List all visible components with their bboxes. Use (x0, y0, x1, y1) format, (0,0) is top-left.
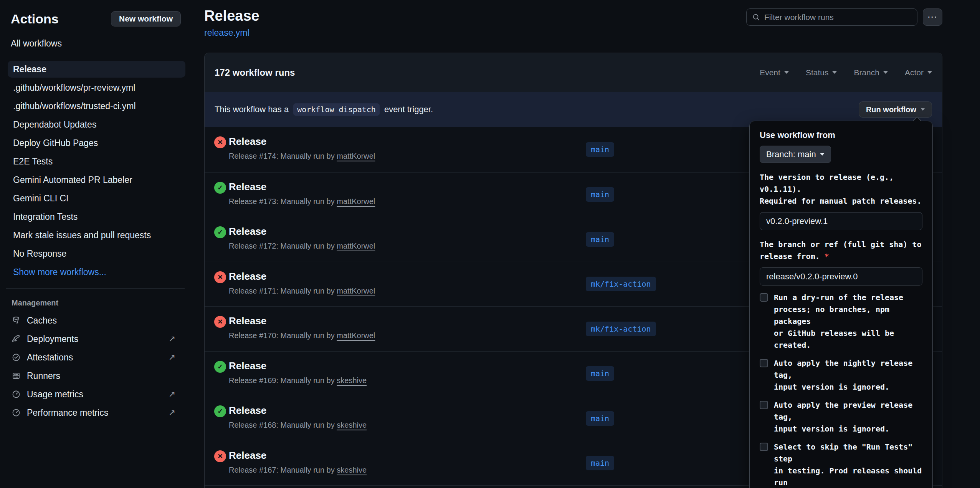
branch-badge[interactable]: main (586, 142, 614, 157)
runs-count: 172 workflow runs (215, 67, 295, 78)
required-marker: * (825, 252, 829, 261)
external-link-icon: ↗ (169, 408, 175, 418)
run-title[interactable]: Release (229, 315, 266, 327)
ref-input[interactable] (760, 267, 922, 285)
sidebar-item-no-response[interactable]: No Response (0, 244, 191, 263)
external-link-icon: ↗ (169, 389, 175, 399)
sidebar-item-e2e-tests[interactable]: E2E Tests (0, 152, 191, 171)
meter-icon (12, 408, 21, 417)
chevron-down-icon (784, 71, 789, 74)
checkbox-label: Select to skip the "Run Tests" step in t… (774, 441, 922, 488)
run-actor-link[interactable]: skeshive (337, 421, 367, 429)
external-link-icon: ↗ (169, 352, 175, 362)
sidebar-item-deployments[interactable]: Deployments ↗ (0, 330, 191, 348)
skip-tests-checkbox[interactable] (760, 443, 768, 451)
run-description: Release #168: Manually run by skeshive (229, 421, 367, 430)
sidebar-item-integration-tests[interactable]: Integration Tests (0, 207, 191, 226)
version-field-description: The version to release (e.g., v0.1.11). … (760, 171, 922, 207)
sidebar-item-caches[interactable]: Caches (0, 311, 191, 330)
sidebar-item-attestations[interactable]: Attestations ↗ (0, 348, 191, 367)
chevron-down-icon (927, 71, 932, 74)
sidebar-item-performance-metrics[interactable]: Performance metrics ↗ (0, 403, 191, 422)
checkbox-label: Auto apply the nightly release tag, inpu… (774, 357, 922, 393)
branch-badge[interactable]: main (586, 232, 614, 247)
sidebar-item-label: Attestations (27, 352, 73, 363)
branch-filter-dropdown[interactable]: Branch (854, 68, 888, 77)
server-icon (12, 371, 21, 380)
branch-badge[interactable]: mk/fix-action (586, 277, 656, 291)
run-success-icon: ✓ (214, 226, 226, 238)
sidebar-item-label: Caches (27, 315, 57, 326)
sidebar-item-dependabot-updates[interactable]: Dependabot Updates (0, 115, 191, 134)
run-description: Release #170: Manually run by mattKorwel (229, 331, 375, 340)
run-title[interactable]: Release (229, 450, 266, 461)
run-title[interactable]: Release (229, 360, 266, 372)
run-failure-icon: ✕ (214, 271, 226, 283)
branch-badge[interactable]: main (586, 187, 614, 202)
run-description: Release #174: Manually run by mattKorwel (229, 152, 375, 161)
rocket-icon (12, 334, 21, 344)
workflow-options-kebab-button[interactable]: ⋯ (923, 8, 942, 26)
run-title[interactable]: Release (229, 271, 266, 282)
run-description: Release #167: Manually run by skeshive (229, 466, 367, 475)
sidebar-item-gemini-pr-labeler[interactable]: Gemini Automated PR Labeler (0, 171, 191, 189)
sidebar-item-release[interactable]: Release (8, 61, 185, 78)
sidebar-item-all-workflows[interactable]: All workflows (0, 34, 191, 56)
run-title[interactable]: Release (229, 405, 266, 417)
branch-badge[interactable]: main (586, 456, 614, 470)
run-failure-icon: ✕ (214, 316, 226, 328)
sidebar-item-trusted-ci[interactable]: .github/workflows/trusted-ci.yml (0, 97, 191, 115)
ref-field-description: The branch or ref (full git sha) to rele… (760, 239, 922, 262)
banner-text: This workflow has a workflow_dispatch ev… (215, 103, 433, 116)
status-filter-dropdown[interactable]: Status (806, 68, 837, 77)
show-more-workflows-link[interactable]: Show more workflows... (0, 263, 191, 281)
run-actor-link[interactable]: mattKorwel (337, 152, 375, 160)
filter-workflow-runs-box[interactable] (746, 8, 917, 26)
sidebar-item-label: Usage metrics (27, 389, 83, 400)
branch-badge[interactable]: main (586, 411, 614, 426)
run-title[interactable]: Release (229, 136, 266, 148)
sidebar-item-pr-review[interactable]: .github/workflows/pr-review.yml (0, 78, 191, 97)
page-title: Release (204, 8, 259, 24)
branch-badge[interactable]: mk/fix-action (586, 322, 656, 336)
sidebar-item-deploy-github-pages[interactable]: Deploy GitHub Pages (0, 134, 191, 152)
run-actor-link[interactable]: skeshive (337, 466, 367, 474)
run-actor-link[interactable]: mattKorwel (337, 242, 375, 250)
sidebar-item-gemini-cli-ci[interactable]: Gemini CLI CI (0, 189, 191, 207)
run-actor-link[interactable]: mattKorwel (337, 287, 375, 295)
run-success-icon: ✓ (214, 361, 226, 373)
sidebar-item-usage-metrics[interactable]: Usage metrics ↗ (0, 385, 191, 403)
run-actor-link[interactable]: skeshive (337, 376, 367, 385)
workflow-nav-list: Release .github/workflows/pr-review.yml … (0, 56, 191, 281)
nightly-tag-option: Auto apply the nightly release tag, inpu… (760, 357, 922, 393)
nightly-tag-checkbox[interactable] (760, 359, 768, 367)
new-workflow-button[interactable]: New workflow (111, 11, 181, 27)
version-input[interactable] (760, 212, 922, 230)
actor-filter-dropdown[interactable]: Actor (905, 68, 932, 77)
run-description: Release #169: Manually run by skeshive (229, 376, 367, 385)
sidebar-item-mark-stale[interactable]: Mark stale issues and pull requests (0, 226, 191, 244)
run-description: Release #173: Manually run by mattKorwel (229, 197, 375, 206)
sidebar-header: Actions New workflow (0, 0, 191, 34)
branch-select-button[interactable]: Branch: main (760, 146, 831, 163)
chevron-down-icon (820, 153, 825, 156)
event-filter-dropdown[interactable]: Event (760, 68, 789, 77)
popup-heading: Use workflow from (760, 130, 922, 140)
workflow-file-link[interactable]: release.yml (204, 28, 250, 38)
preview-tag-checkbox[interactable] (760, 401, 768, 409)
branch-badge[interactable]: main (586, 366, 614, 381)
banner-suffix: event trigger. (384, 105, 433, 115)
management-heading: Management (0, 289, 191, 311)
run-title[interactable]: Release (229, 226, 266, 237)
run-actor-link[interactable]: mattKorwel (337, 197, 375, 206)
search-icon (752, 13, 760, 22)
chevron-down-icon (883, 71, 888, 74)
external-link-icon: ↗ (169, 334, 175, 344)
dry-run-checkbox[interactable] (760, 293, 768, 302)
run-workflow-dropdown-button[interactable]: Run workflow (859, 101, 932, 118)
run-title[interactable]: Release (229, 181, 266, 193)
sidebar-item-runners[interactable]: Runners (0, 367, 191, 385)
filter-workflow-runs-input[interactable] (764, 13, 912, 22)
run-actor-link[interactable]: mattKorwel (337, 331, 375, 340)
meter-icon (12, 390, 21, 399)
